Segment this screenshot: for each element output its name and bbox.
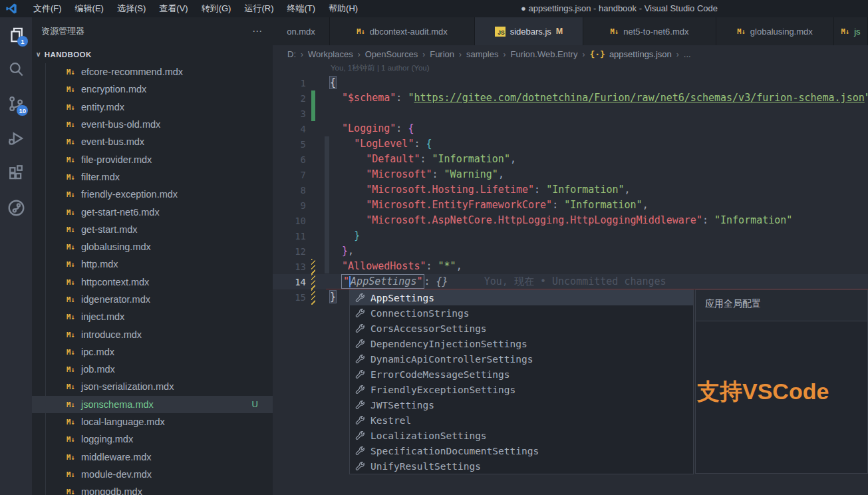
code-token: "Microsoft.Hosting.Lifetime" — [366, 184, 534, 196]
suggest-item-label: ErrorCodeMessageSettings — [370, 369, 510, 380]
suggest-item[interactable]: ErrorCodeMessageSettings — [350, 367, 693, 382]
suggest-item[interactable]: AppSettings — [350, 290, 693, 305]
file-name: middleware.mdx — [81, 452, 152, 462]
menu-item[interactable]: 文件(F) — [27, 0, 69, 17]
file-row[interactable]: M↓module-dev.mdx — [32, 466, 273, 483]
extensions-icon[interactable] — [0, 156, 32, 190]
breadcrumb-file[interactable]: appsettings.json — [609, 49, 672, 59]
code-line[interactable]: 3 — [273, 106, 868, 121]
suggest-item[interactable]: Kestrel — [350, 412, 693, 428]
file-name: introduce.mdx — [81, 329, 142, 340]
file-row[interactable]: M↓httpcontext.mdx — [32, 273, 273, 291]
breadcrumb-item[interactable]: samples — [466, 49, 498, 59]
code-token: "Microsoft.EntityFrameworkCore" — [366, 199, 552, 211]
menu-item[interactable]: 转到(G) — [195, 0, 238, 17]
code-line[interactable]: 12 }, — [273, 244, 868, 259]
section-handbook[interactable]: ∨ HANDBOOK — [32, 45, 273, 63]
search-icon[interactable] — [0, 52, 32, 86]
file-row[interactable]: M↓json-serialization.mdx — [32, 378, 273, 395]
file-row[interactable]: M↓efcore-recommend.mdx — [32, 63, 273, 81]
gitlens-icon[interactable] — [0, 190, 32, 225]
breadcrumb-ellipsis[interactable]: ... — [684, 49, 691, 59]
editor-tab[interactable]: M↓net5-to-net6.mdx — [583, 17, 716, 45]
code-line[interactable]: 7 "Microsoft": "Warning", — [273, 167, 868, 182]
breadcrumb-item[interactable]: Furion — [430, 49, 454, 59]
suggest-item[interactable]: LocalizationSettings — [350, 428, 693, 443]
file-name: globalusing.mdx — [81, 242, 151, 252]
file-row[interactable]: M↓inject.mdx — [32, 308, 273, 325]
activity-bar: 1 10 — [0, 17, 32, 495]
suggest-item[interactable]: JWTSettings — [350, 397, 693, 412]
code-token — [330, 184, 366, 196]
editor-tab[interactable]: M↓js — [834, 17, 868, 45]
menu-item[interactable]: 选择(S) — [110, 0, 152, 17]
code-line[interactable]: 10 "Microsoft.AspNetCore.HttpLogging.Htt… — [273, 213, 868, 228]
file-row[interactable]: M↓event-bus.mdx — [32, 133, 273, 150]
file-row[interactable]: M↓logging.mdx — [32, 430, 273, 448]
code-token: "Default" — [366, 153, 420, 165]
code-editor[interactable]: 1{2 "$schema": "https://gitee.com/dotnet… — [273, 75, 868, 305]
file-row[interactable]: M↓ipc.mdx — [32, 343, 273, 361]
file-row[interactable]: M↓introduce.mdx — [32, 325, 273, 343]
breadcrumb-item[interactable]: Furion.Web.Entry — [510, 49, 577, 59]
file-name: jsonschema.mdx — [81, 399, 154, 410]
code-line[interactable]: 13 "AllowedHosts": "*", — [273, 259, 868, 274]
breadcrumb-item[interactable]: D: — [287, 49, 296, 59]
more-actions-icon[interactable]: ⋯ — [252, 25, 263, 37]
suggest-item[interactable]: DynamicApiControllerSettings — [350, 351, 693, 367]
suggest-item[interactable]: ConnectionStrings — [350, 305, 693, 321]
menu-item[interactable]: 查看(V) — [152, 0, 194, 17]
file-row[interactable]: M↓jsonschema.mdxU — [32, 396, 273, 413]
suggest-item[interactable]: FriendlyExceptionSettings — [350, 382, 693, 397]
menu-item[interactable]: 运行(R) — [237, 0, 280, 17]
mdx-file-icon: M↓ — [67, 156, 81, 164]
breadcrumb-item[interactable]: OpenSources — [365, 49, 418, 59]
editor-tab[interactable]: M↓dbcontext-audit.mdx — [330, 17, 475, 45]
suggest-item[interactable]: SpecificationDocumentSettings — [350, 443, 693, 458]
suggest-item[interactable]: DependencyInjectionSettings — [350, 336, 693, 351]
menu-item[interactable]: 终端(T) — [280, 0, 322, 17]
code-line[interactable]: 5 "LogLevel": { — [273, 136, 868, 152]
mdx-file-icon: M↓ — [737, 27, 746, 35]
suggest-item[interactable]: UnifyResultSettings — [350, 458, 693, 474]
editor-tab[interactable]: M↓globalusing.mdx — [716, 17, 834, 45]
file-row[interactable]: M↓get-start-net6.mdx — [32, 203, 273, 220]
mdx-file-icon: M↓ — [67, 120, 81, 128]
file-row[interactable]: M↓local-language.mdx — [32, 413, 273, 430]
menu-item[interactable]: 编辑(E) — [69, 0, 110, 17]
file-row[interactable]: M↓globalusing.mdx — [32, 238, 273, 255]
window-title: ● appsettings.json - handbook - Visual S… — [521, 0, 718, 17]
file-row[interactable]: M↓event-bus-old.mdx — [32, 116, 273, 133]
code-line[interactable]: 14 "AppSettings": {} You, 现在 • Uncommitt… — [273, 274, 868, 289]
code-line-content: } — [315, 289, 336, 305]
suggest-item[interactable]: CorsAccessorSettings — [350, 321, 693, 336]
file-row[interactable]: M↓idgenerator.mdx — [32, 291, 273, 308]
source-control-icon[interactable]: 10 — [0, 86, 32, 121]
editor-tab[interactable]: JSsidebars.jsM — [475, 17, 583, 45]
explorer-icon[interactable]: 1 — [0, 17, 32, 52]
breadcrumb-item[interactable]: Workplaces — [308, 49, 353, 59]
code-line[interactable]: 9 "Microsoft.EntityFrameworkCore": "Info… — [273, 198, 868, 213]
file-row[interactable]: M↓middleware.mdx — [32, 448, 273, 466]
file-row[interactable]: M↓get-start.mdx — [32, 221, 273, 238]
suggest-item-label: ConnectionStrings — [370, 308, 469, 319]
file-row[interactable]: M↓entity.mdx — [32, 98, 273, 116]
file-row[interactable]: M↓http.mdx — [32, 255, 273, 273]
file-row[interactable]: M↓friendly-exception.mdx — [32, 186, 273, 203]
run-debug-icon[interactable] — [0, 121, 32, 156]
code-line[interactable]: 8 "Microsoft.Hosting.Lifetime": "Informa… — [273, 182, 868, 198]
code-line[interactable]: 11 } — [273, 228, 868, 244]
file-row[interactable]: M↓encryption.mdx — [32, 81, 273, 98]
code-line[interactable]: 1{ — [273, 75, 868, 90]
file-row[interactable]: M↓filter.mdx — [32, 168, 273, 186]
code-line[interactable]: 6 "Default": "Information", — [273, 152, 868, 167]
editor-tab[interactable]: on.mdx — [273, 17, 330, 45]
file-row[interactable]: M↓mongodb.mdx — [32, 483, 273, 495]
code-line[interactable]: 2 "$schema": "https://gitee.com/dotnetch… — [273, 90, 868, 106]
file-row[interactable]: M↓job.mdx — [32, 361, 273, 378]
breadcrumb[interactable]: D:›Workplaces›OpenSources›Furion›samples… — [273, 45, 868, 63]
menu-item[interactable]: 帮助(H) — [322, 0, 364, 17]
code-line[interactable]: 4 "Logging": { — [273, 121, 868, 136]
file-row[interactable]: M↓file-provider.mdx — [32, 150, 273, 168]
code-token — [330, 245, 342, 257]
